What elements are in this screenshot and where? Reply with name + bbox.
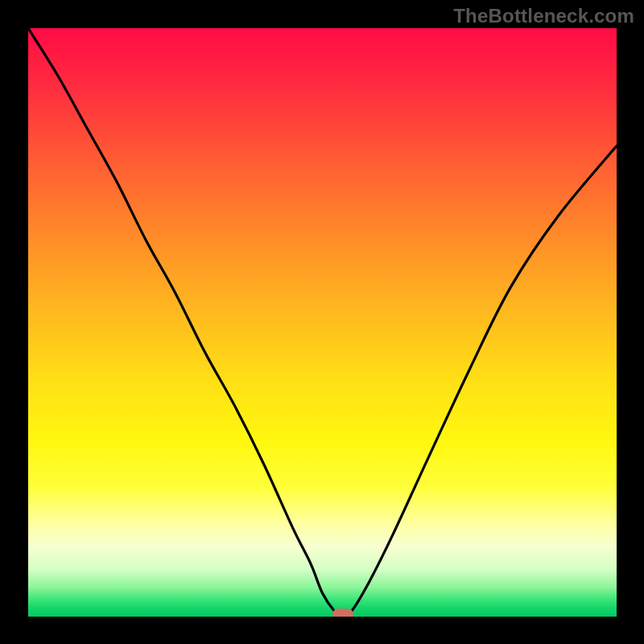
minimum-marker (332, 609, 353, 617)
watermark-text: TheBottleneck.com (453, 5, 634, 27)
plot-area (28, 28, 617, 617)
chart-frame: TheBottleneck.com (0, 0, 644, 644)
curve-layer (28, 28, 617, 617)
bottleneck-curve (28, 28, 617, 617)
